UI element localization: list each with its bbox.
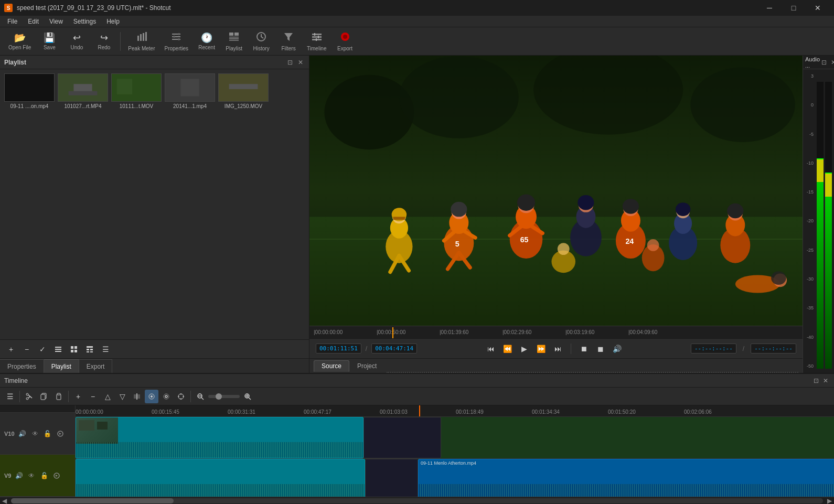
audio-meter-content: 3 0 -5 -10 -15 -20 -25 -30 -35 -40 -50 [803,69,834,373]
audio-float-button[interactable]: ⊡ [820,58,828,67]
tl-paste-button[interactable] [52,390,66,403]
maximize-button[interactable]: □ [782,0,806,16]
clip-v10-2[interactable] [363,417,441,458]
timeline-scrollbar[interactable]: ◀ ▶ [0,497,834,504]
tl-menu-button[interactable]: ☰ [3,390,17,403]
play-pause-button[interactable]: ▶ [518,342,531,355]
football-svg: 5 65 24 [309,56,803,326]
playlist-remove-button[interactable]: − [20,342,34,356]
minimize-button[interactable]: ─ [757,0,782,16]
track-label-v10: V10 🔊 👁 🔓 [0,413,75,455]
playlist-close-button[interactable]: ✕ [296,58,305,67]
tab-properties[interactable]: Properties [0,359,44,373]
menu-view[interactable]: View [44,16,68,27]
playlist-grid-view-button[interactable] [67,342,81,356]
playlist-check-button[interactable]: ✓ [36,342,49,356]
tl-snap-button[interactable] [145,390,158,403]
meter-scale-labels: 3 0 -5 -10 -15 -20 -25 -30 -35 -40 -50 [803,69,815,373]
redo-button[interactable]: ↪ Redo [91,29,117,54]
track-v9-solo-button[interactable] [52,471,61,480]
tl-cut-button[interactable] [23,390,36,403]
clip-v9-2[interactable] [365,459,418,497]
menu-help[interactable]: Help [101,16,125,27]
tl-zoom-in-button[interactable] [241,390,254,403]
svg-rect-39 [74,346,77,349]
timeline-track-v10[interactable] [76,417,834,459]
timeline-button[interactable]: Timeline [303,29,330,54]
playlist-item-2[interactable]: 10111...t.MOV [111,73,162,109]
fast-forward-button[interactable]: ⏩ [535,342,548,355]
timeline-close-button[interactable]: ✕ [821,377,830,385]
playlist-float-button[interactable]: ⊡ [286,58,294,67]
track-v9-eye-button[interactable]: 👁 [27,471,36,480]
scroll-left-arrow[interactable]: ◀ [0,497,9,505]
titlebar-controls: ─ □ ✕ [757,0,830,16]
timeline-float-button[interactable]: ⊡ [812,377,820,385]
tl-split-button[interactable] [130,390,144,403]
volume-button[interactable]: 🔊 [611,342,624,355]
zoom-slider[interactable] [208,395,240,398]
toggle-button-1[interactable]: ⏹ [578,342,590,355]
track-v9-lock-button[interactable]: 🔓 [39,471,49,480]
save-button[interactable]: 💾 Save [36,29,62,54]
playlist-item-4[interactable]: IMG_1250.MOV [218,73,269,109]
tl-add-track-button[interactable]: + [71,390,85,403]
scroll-right-arrow[interactable]: ▶ [825,497,834,505]
playlist-item-3[interactable]: 20141...1.mp4 [165,73,215,109]
tl-remove-track-button[interactable]: − [86,390,100,403]
clip-v9-1[interactable] [76,459,365,497]
playlist-item-0[interactable]: 09-11 ....on.mp4 [4,73,55,109]
menu-settings[interactable]: Settings [68,16,101,27]
track-v9-audio-button[interactable]: 🔊 [14,471,24,480]
meter-fill-yellow-2 [825,174,832,197]
audio-close-button[interactable]: ✕ [829,58,834,67]
export-button[interactable]: Export [332,29,358,54]
skip-to-start-button[interactable]: ⏮ [485,342,497,355]
tl-zoom-out-button[interactable] [194,390,207,403]
tl-ripple-button[interactable] [159,390,173,403]
playlist-more-button[interactable]: ☰ [99,342,112,356]
properties-button[interactable]: Properties [161,29,193,54]
playlist-button[interactable]: Playlist [221,29,247,54]
track-v10-lock-button[interactable]: 🔓 [43,429,52,438]
recent-button[interactable]: 🕐 Recent [194,29,220,54]
scroll-track[interactable] [11,498,823,503]
save-icon: 💾 [44,32,55,44]
clip-v10-1[interactable] [76,417,363,458]
current-time-display[interactable]: 00:01:11:51 [316,344,361,353]
clip-v9-3-label: 09-11 Menlo Atherton.mp4 [421,460,476,466]
toggle-button-2[interactable]: ◼ [594,342,607,355]
playlist-grid: 09-11 ....on.mp4101027...rt.MP410111...t… [0,69,309,339]
clip-v9-1-waveform [76,484,365,497]
toolbar: 📂 Open File 💾 Save ↩ Undo ↪ Redo Peak Me… [0,27,834,56]
tab-export[interactable]: Export [79,359,113,373]
skip-to-end-button[interactable]: ⏭ [552,342,564,355]
menu-file[interactable]: File [2,16,23,27]
tab-playlist[interactable]: Playlist [44,359,79,373]
tl-overwrite-button[interactable]: ▽ [115,390,129,403]
undo-button[interactable]: ↩ Undo [63,29,90,54]
menu-edit[interactable]: Edit [23,16,44,27]
playlist-add-button[interactable]: + [4,342,18,356]
playlist-item-1[interactable]: 101027...rt.MP4 [58,73,108,109]
track-v10-eye-button[interactable]: 👁 [30,429,40,438]
peak-meter-button[interactable]: Peak Meter [124,29,159,54]
timeline-track-v9[interactable]: 09-11 Menlo Atherton.mp4 [76,459,834,497]
close-button[interactable]: ✕ [806,0,830,16]
history-button[interactable]: History [248,29,274,54]
track-v10-solo-button[interactable] [56,429,65,438]
scroll-thumb[interactable] [11,498,174,503]
tl-lift-button[interactable]: △ [101,390,114,403]
tab-project[interactable]: Project [349,360,384,372]
clip-v9-3[interactable]: 09-11 Menlo Atherton.mp4 [418,459,834,497]
playlist-list-button[interactable] [51,342,65,356]
titlebar: S speed test (2017_09_01 17_23_09 UTC).m… [0,0,834,16]
tab-source[interactable]: Source [314,360,349,372]
rewind-button[interactable]: ⏪ [501,342,514,355]
playlist-table-button[interactable] [83,342,97,356]
track-v10-audio-button[interactable]: 🔊 [18,429,27,438]
tl-target-button[interactable] [174,390,188,403]
tl-copy-button[interactable] [37,390,51,403]
filters-button[interactable]: Filters [275,29,302,54]
open-file-button[interactable]: 📂 Open File [4,29,35,54]
